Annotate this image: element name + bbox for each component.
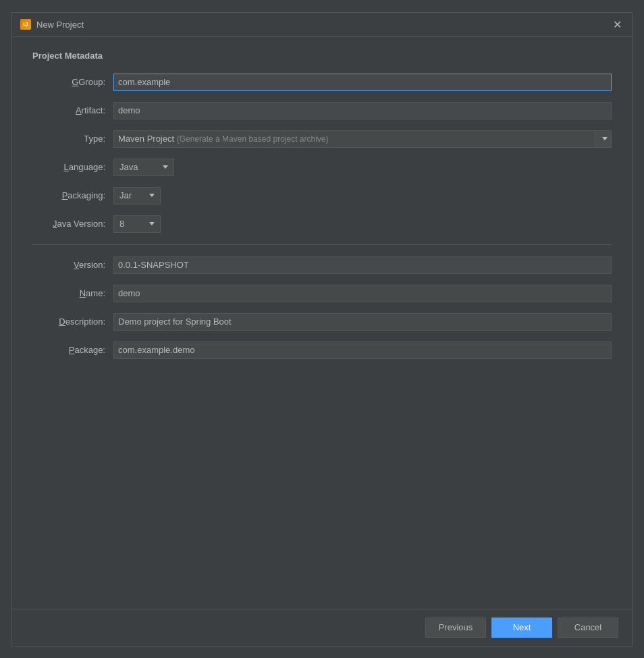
packaging-row: Packaging: Jar <box>32 186 612 205</box>
artifact-input[interactable] <box>113 102 612 119</box>
version-row: Version: <box>32 256 612 275</box>
title-bar-left: IJ New Project <box>20 19 84 30</box>
description-label: Description: <box>32 317 113 327</box>
name-label: Name: <box>32 288 113 298</box>
package-label: Package: <box>32 345 113 355</box>
name-row: Name: <box>32 284 612 303</box>
artifact-row: Artifact: <box>32 101 612 120</box>
previous-button[interactable]: Previous <box>425 618 486 638</box>
dialog-title: New Project <box>36 20 84 30</box>
packaging-select-wrapper: Jar <box>113 187 161 204</box>
new-project-dialog: IJ New Project ✕ Project Metadata GGroup… <box>11 12 633 647</box>
artifact-label: Artifact: <box>32 105 113 115</box>
chevron-down-icon <box>163 165 168 169</box>
cancel-button[interactable]: Cancel <box>558 618 618 638</box>
name-input[interactable] <box>113 285 612 302</box>
chevron-down-icon <box>602 137 608 140</box>
description-row: Description: <box>32 312 612 331</box>
version-input[interactable] <box>113 256 612 274</box>
language-display[interactable]: Java <box>113 159 174 176</box>
chevron-down-icon <box>149 194 155 197</box>
type-row: Type: Maven Project (Generate a Maven ba… <box>32 130 612 148</box>
chevron-down-icon <box>149 222 155 225</box>
java-version-display[interactable]: 8 <box>113 215 161 233</box>
package-row: Package: <box>32 341 612 360</box>
next-button[interactable]: Next <box>491 618 552 638</box>
group-input[interactable] <box>113 74 612 91</box>
package-input[interactable] <box>113 341 612 359</box>
language-select-wrapper: Java <box>113 159 174 176</box>
close-button[interactable]: ✕ <box>610 18 624 31</box>
group-row: GGroup: <box>32 73 612 92</box>
type-label: Type: <box>32 134 113 144</box>
section-title: Project Metadata <box>32 51 612 61</box>
type-select-wrapper: Maven Project (Generate a Maven based pr… <box>113 130 612 148</box>
java-version-row: Java Version: 8 <box>32 215 612 234</box>
packaging-value: Jar <box>119 190 132 200</box>
type-display[interactable]: Maven Project (Generate a Maven based pr… <box>113 130 595 148</box>
language-label: Language: <box>32 162 113 172</box>
title-bar: IJ New Project ✕ <box>12 13 632 37</box>
type-dropdown-arrow[interactable] <box>595 130 612 148</box>
type-value: Maven Project (Generate a Maven based pr… <box>118 134 329 144</box>
divider <box>32 244 612 245</box>
packaging-display[interactable]: Jar <box>113 187 161 204</box>
form-content: Project Metadata GGroup: Artifact: Type: <box>12 37 632 609</box>
language-value: Java <box>119 162 138 172</box>
group-label: GGroup: <box>32 77 113 87</box>
java-version-value: 8 <box>119 219 124 229</box>
packaging-label: Packaging: <box>32 190 113 200</box>
app-icon: IJ <box>20 19 31 30</box>
description-input[interactable] <box>113 313 612 331</box>
java-version-label: Java Version: <box>32 219 113 229</box>
dialog-footer: Previous Next Cancel <box>12 609 632 646</box>
java-version-select-wrapper: 8 <box>113 215 161 233</box>
language-row: Language: Java <box>32 158 612 177</box>
version-label: Version: <box>32 260 113 270</box>
type-description: (Generate a Maven based project archive) <box>177 134 329 144</box>
